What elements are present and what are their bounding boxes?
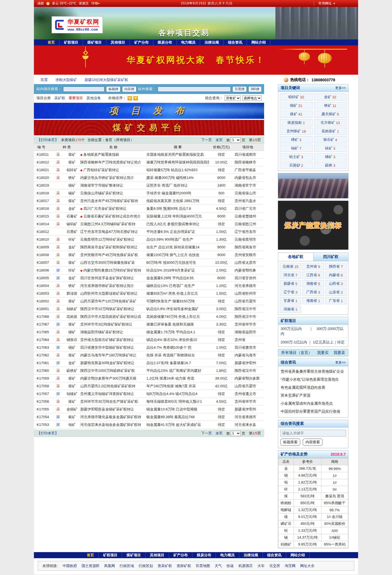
project-name-link[interactable]: ◆陕西省榆林年产万吨优质煤矿转让简介 xyxy=(80,160,146,165)
keyword-item[interactable]: 硫铁 3 xyxy=(314,162,347,169)
project-place-link[interactable]: 陕西省汉中市 xyxy=(233,368,262,373)
project-name-link[interactable]: ◆河北承德市隆化县银多金属矿探矿权转 xyxy=(80,415,146,420)
project-name-link[interactable]: ◆广西铅锌矿采矿权转让 xyxy=(80,168,146,173)
friend-link[interactable]: 查采矿权 xyxy=(158,563,172,568)
project-summary-link[interactable]: 平均品位23% 选厂和尾矿库均建好 xyxy=(146,368,209,373)
footer-nav-item[interactable]: 网站介绍 xyxy=(286,552,310,558)
region-item[interactable]: 湖南省 5 xyxy=(302,280,324,287)
news-item[interactable]: “停建小水电”让绿色发展理念落地生 xyxy=(281,375,346,383)
filter-link[interactable]: 其他业务 xyxy=(87,96,101,101)
project-summary-link[interactable]: 每吨无烟煤卖900元 明年收入预计1 xyxy=(146,399,209,404)
friend-link[interactable]: 快递 xyxy=(227,563,234,568)
project-place-link[interactable]: 云南省昆明市 xyxy=(233,237,262,242)
project-name-link[interactable]: ◆陕西汉中市1000万吨硫铁矿采矿权 xyxy=(80,368,146,373)
keyword-item[interactable]: 钼矿 7 xyxy=(280,145,313,152)
friend-link[interactable]: 网址大全 xyxy=(300,563,315,568)
project-name-link[interactable]: ◆云南怒江州4.3万吨锡钨矿采矿权转 xyxy=(80,222,146,227)
project-place-link[interactable]: 河北省涞水县 xyxy=(233,422,262,427)
project-place-link[interactable]: 湖南省益阳市 xyxy=(233,330,262,335)
project-place-link[interactable]: 内蒙省乌海市 xyxy=(233,353,262,358)
keyword-item[interactable]: 花岗岩矿 1 xyxy=(314,128,347,135)
project-place-link[interactable]: 新疆省伊犁州 xyxy=(233,407,262,412)
footer-nav-item[interactable]: 综合资讯 xyxy=(263,552,286,558)
project-place-link[interactable]: 贵州省六盘水 xyxy=(233,198,262,203)
nav-item[interactable]: 矿权项目 xyxy=(60,39,83,45)
project-name-link[interactable]: ◆湖南益阳市锑矿采矿权转让 xyxy=(80,330,146,335)
quick-link[interactable]: 所有项目（首页） xyxy=(281,350,312,355)
project-summary-link[interactable]: 可随时恢复生产 储量8150万吨 xyxy=(146,299,209,304)
project-summary-link[interactable]: 品位4-7% 有老硐100多个 照 xyxy=(146,345,209,350)
nav-item[interactable]: 网站介绍 xyxy=(247,39,270,45)
region-item[interactable]: 陕西省 7 xyxy=(325,263,347,270)
tab-all-regions[interactable]: 各地矿权 xyxy=(278,253,313,261)
project-place-link[interactable]: 四川省成都市 xyxy=(233,152,262,157)
site-search-input[interactable] xyxy=(63,87,104,92)
friend-link[interactable]: 行政区划 xyxy=(139,563,153,568)
project-name-link[interactable]: ◆陕西商洛市金矿采矿权和探矿权转让 xyxy=(80,245,146,250)
footer-nav-item[interactable]: 法律法规 xyxy=(239,552,263,558)
project-place-link[interactable]: 陕西省汉中市 xyxy=(233,314,262,319)
news-more-link[interactable]: 更多>> xyxy=(335,360,346,365)
next-page-link[interactable]: 下一页 xyxy=(201,431,212,436)
keyword-item[interactable]: 贵州煤矿 18 xyxy=(280,128,313,135)
title-search-button[interactable]: 标题搜 xyxy=(106,86,120,92)
project-summary-link[interactable]: 储量已评审备案 焦煤和无烟煤 xyxy=(146,322,209,327)
project-place-link[interactable]: 河北省承德市 xyxy=(233,415,262,420)
nav-item[interactable]: 其他项目 xyxy=(106,39,130,45)
project-summary-link[interactable]: 钒品位0.9% 伴生钼等多种金属矿 xyxy=(146,307,209,311)
footer-nav-item[interactable]: 矿产分布 xyxy=(169,552,192,558)
friend-link[interactable]: 淘宝网 xyxy=(285,563,296,568)
project-summary-link[interactable]: 储量万吨世界稀有环保煤种我我我我我我 xyxy=(146,160,209,165)
print-page-link[interactable]: 【打印本页】 xyxy=(37,138,58,143)
project-place-link[interactable]: 四川省甘孜州 xyxy=(233,276,262,281)
nav-item[interactable]: 矿产分布 xyxy=(130,39,153,45)
project-place-link[interactable]: 贵州省安顺市 xyxy=(233,252,262,257)
project-place-link[interactable]: 新疆省伊犁州 xyxy=(233,361,262,366)
price-range-links-1[interactable]: 300万元以内 ｜ 300万-2000万以内 xyxy=(278,325,348,338)
region-item[interactable]: 贵州省 9 xyxy=(302,263,324,270)
nav-item[interactable]: 电力概况 xyxy=(177,39,200,45)
project-name-link[interactable]: ◆山西吕梁市2.2亿吨焦煤矿采矿权转 xyxy=(80,384,146,389)
project-summary-link[interactable]: 1.2亿吨 煤厚24米 动力煤 有选 xyxy=(146,376,209,381)
project-summary-link[interactable]: 低硫低灰高瓦斯 主焦煤 2891万吨 xyxy=(146,198,209,203)
project-name-link[interactable]: ◆贵州毕节市3亿吨煤矿探矿权转让 xyxy=(80,322,146,327)
footer-nav-item[interactable]: 电力概况 xyxy=(216,552,239,558)
page-select[interactable]: 1 xyxy=(231,431,241,436)
project-summary-link[interactable]: 品位2.37克/吨 备案储量16.7 xyxy=(146,361,209,366)
project-summary-link[interactable]: 储量2200万吨 煤气上亿方 在技改 xyxy=(146,252,209,257)
project-place-link[interactable]: 辽宁省丹东市 xyxy=(233,229,262,234)
project-summary-link[interactable]: 实际储量上亿吨 年利润超4000万元 xyxy=(146,214,209,219)
nav-item[interactable]: 法律法规 xyxy=(200,39,224,45)
keyword-item[interactable]: 锂矿 3 xyxy=(280,136,313,143)
region-item[interactable]: 海南省 1 xyxy=(302,297,324,304)
project-name-link[interactable]: ◆辽宁丹东市宽甸县67万吨石墨矿转让 xyxy=(80,229,146,234)
region-item[interactable]: 广西省 3 xyxy=(302,289,324,296)
project-name-link[interactable]: ◆山西忻州市大型辉绿岩矿采矿权转让 xyxy=(80,291,146,296)
project-place-link[interactable]: 陕西省商洛市 xyxy=(233,245,262,250)
project-name-link[interactable]: ◆贵州安顺市年产45万吨焦煤矿采矿权 xyxy=(80,252,146,257)
region-item[interactable]: 山东省 2 xyxy=(325,289,347,296)
project-name-link[interactable]: ◆河北保定涞水县钼金多金属矿探矿权转 xyxy=(80,422,146,427)
news-item[interactable]: 中国拟对部分重要资源产品实行收储 xyxy=(281,407,346,415)
project-name-link[interactable]: ◆内蒙古包头市铁矿采矿权转让简介 xyxy=(80,175,146,180)
sort-asc-button[interactable]: ▲ xyxy=(128,96,132,100)
project-summary-link[interactable]: 锑金属量1.75万吨 平均品位4.1 xyxy=(146,330,209,335)
project-summary-link[interactable]: 钼金属量41.5万吨 超大矿床成矿远 xyxy=(146,422,209,427)
region-item[interactable]: 江西省 6 xyxy=(302,272,324,279)
page-select[interactable]: 1 xyxy=(231,138,241,143)
project-summary-link[interactable]: 平均含量6.5% 正在办理采矿证 xyxy=(146,229,209,234)
tab-sichuan[interactable]: 四川矿权 xyxy=(313,253,348,261)
notice-link[interactable]: 百度 xyxy=(41,77,48,82)
project-summary-link[interactable]: 备案6.5吨 预测50吨 品位7.8 xyxy=(146,206,209,211)
filter-link[interactable]: 采矿权 xyxy=(54,96,65,101)
project-name-link[interactable]: ◆贵州毕节市30万吨在生产煤矿采矿权 xyxy=(80,399,146,404)
project-summary-link[interactable]: 品位5.59% 900吨选厂 在生产 xyxy=(146,237,209,242)
project-summary-link[interactable]: 露采 储量300万吨 磁性铁14% xyxy=(146,175,209,180)
project-name-link[interactable]: ◆云南保山市锡矿采矿权转让 xyxy=(80,191,146,196)
friend-link[interactable]: 天气 xyxy=(215,563,222,568)
last-page-link[interactable]: 末页 xyxy=(216,431,223,436)
news-title-search-button[interactable]: 标题搜索 xyxy=(280,439,300,446)
region-item[interactable]: 甘肃省 1 xyxy=(280,297,301,304)
project-name-link[interactable]: ◆山西吕梁市年产120万吨焦煤矿采矿 xyxy=(80,299,146,304)
keyword-item[interactable]: 铅锌矿 32 xyxy=(280,93,313,101)
